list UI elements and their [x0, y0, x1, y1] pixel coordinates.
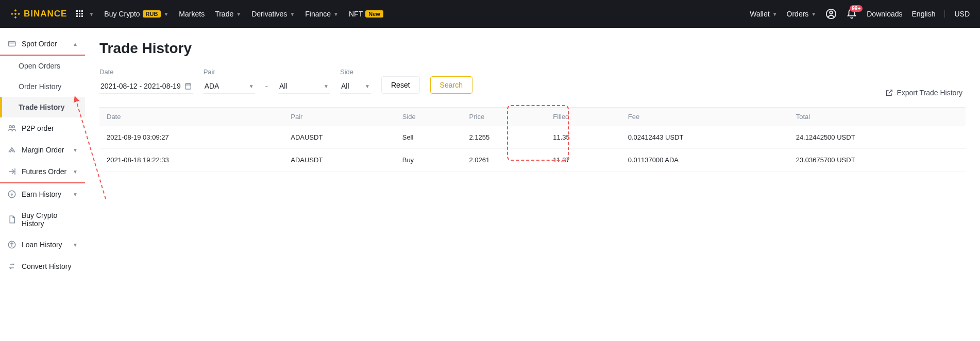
pair-select-base[interactable]: ADA ▼	[204, 79, 255, 94]
svg-rect-11	[76, 15, 78, 17]
nav-item-label: Finance	[305, 10, 331, 18]
reset-button[interactable]: Reset	[381, 76, 420, 94]
svg-rect-9	[79, 13, 80, 14]
svg-point-19	[12, 126, 15, 128]
main-nav: Buy CryptoRUB▼MarketsTrade▼Derivatives▼F…	[104, 10, 383, 18]
caret-down-icon: ▼	[73, 242, 78, 248]
sidebar-loan-history[interactable]: Loan History ▼	[0, 234, 85, 255]
caret-down-icon: ▼	[163, 11, 168, 17]
pair-select-quote[interactable]: All ▼	[278, 79, 330, 94]
sidebar-loan-history-label: Loan History	[22, 241, 62, 249]
caret-down-icon: ▼	[333, 11, 339, 17]
pair-select-quote-value: All	[279, 82, 288, 90]
svg-rect-12	[79, 15, 80, 17]
sidebar-order-history[interactable]: Order History	[0, 76, 85, 97]
svg-rect-1	[14, 16, 17, 19]
nav-item-label: NFT	[349, 10, 363, 18]
nav-wallet[interactable]: Wallet ▼	[750, 10, 777, 18]
caret-down-icon: ▼	[73, 169, 78, 175]
svg-rect-0	[14, 9, 17, 12]
sidebar-earn-history-label: Earn History	[22, 190, 61, 198]
nav-badge: New	[365, 10, 383, 18]
table-row: 2021-08-19 03:09:27ADAUSDTSell2.125511.3…	[99, 126, 966, 149]
date-range-input[interactable]: 2021-08-12 - 2021-08-19	[99, 79, 193, 94]
apps-grid-icon[interactable]	[74, 8, 86, 20]
cell-side: Buy	[395, 149, 462, 172]
convert-icon	[7, 262, 16, 271]
col-pair: Pair	[283, 108, 395, 126]
notifications-icon[interactable]: 99+	[846, 8, 857, 20]
export-button[interactable]: Export Trade History	[885, 89, 962, 97]
cell-fee: 0.01137000 ADA	[621, 149, 789, 172]
sidebar-spot-order[interactable]: Spot Order ▲	[0, 33, 85, 55]
sidebar-margin-order[interactable]: Margin Order ▼	[0, 139, 85, 161]
pair-quote-label	[278, 68, 330, 76]
calendar-icon	[184, 82, 192, 90]
nav-language[interactable]: English	[912, 10, 936, 18]
svg-point-15	[830, 11, 833, 14]
nav-item-label: Trade	[215, 10, 233, 18]
nav-badge: RUB	[143, 10, 161, 18]
svg-point-18	[9, 126, 12, 128]
logo[interactable]: BINANCE	[10, 9, 67, 19]
nav-buy-crypto[interactable]: Buy CryptoRUB▼	[104, 10, 168, 18]
cell-date: 2021-08-19 03:09:27	[99, 126, 283, 149]
svg-rect-5	[76, 10, 78, 12]
account-icon[interactable]	[825, 8, 837, 20]
loan-icon	[7, 240, 16, 249]
table-row: 2021-08-18 19:22:33ADAUSDTBuy2.026111.37…	[99, 149, 966, 172]
search-button[interactable]: Search	[430, 76, 472, 94]
margin-icon	[7, 145, 16, 155]
nav-item-label: Buy Crypto	[104, 10, 140, 18]
card-icon	[7, 39, 16, 48]
cell-price: 2.0261	[462, 149, 546, 172]
side-select[interactable]: All ▼	[340, 79, 371, 94]
nav-orders-label: Orders	[787, 10, 809, 18]
caret-down-icon: ▼	[811, 11, 816, 17]
caret-down-icon: ▼	[324, 83, 329, 89]
nav-trade[interactable]: Trade▼	[215, 10, 241, 18]
col-side: Side	[395, 108, 462, 126]
sidebar-trade-history-label: Trade History	[19, 103, 64, 111]
cell-fee: 0.02412443 USDT	[621, 126, 789, 149]
cell-side: Sell	[395, 126, 462, 149]
nav-orders[interactable]: Orders ▼	[787, 10, 817, 18]
col-fee: Fee	[621, 108, 789, 126]
caret-down-icon: ▼	[236, 11, 241, 17]
header-right: Wallet ▼ Orders ▼ 99+ Downloads English …	[750, 8, 970, 20]
sidebar-buy-crypto-history[interactable]: Buy Crypto History	[0, 205, 85, 234]
cell-price: 2.1255	[462, 126, 546, 149]
caret-down-icon: ▼	[365, 83, 370, 89]
nav-derivatives[interactable]: Derivatives▼	[251, 10, 295, 18]
caret-down-icon: ▼	[772, 11, 778, 17]
svg-rect-22	[185, 83, 191, 89]
cell-total: 23.03675700 USDT	[789, 149, 966, 172]
main-content: Trade History Date 2021-08-12 - 2021-08-…	[85, 28, 980, 277]
cell-filled: 11.35	[546, 126, 620, 149]
sidebar-convert-history[interactable]: Convert History	[0, 255, 85, 277]
sidebar-futures-order[interactable]: Futures Order ▼	[0, 161, 85, 182]
sidebar-open-orders[interactable]: Open Orders	[0, 56, 85, 76]
nav-nft[interactable]: NFTNew	[349, 10, 383, 18]
nav-currency[interactable]: USD	[954, 10, 970, 18]
cell-date: 2021-08-18 19:22:33	[99, 149, 283, 172]
futures-icon	[7, 167, 16, 176]
sidebar-trade-history[interactable]: Trade History	[0, 97, 85, 117]
col-total: Total	[789, 108, 966, 126]
pair-separator: -	[265, 81, 268, 94]
sidebar-earn-history[interactable]: Earn History ▼	[0, 183, 85, 205]
nav-finance[interactable]: Finance▼	[305, 10, 339, 18]
people-icon	[7, 124, 16, 133]
cell-pair: ADAUSDT	[283, 126, 395, 149]
svg-rect-6	[79, 10, 80, 12]
trade-history-table: Date Pair Side Price Filled Fee Total 20…	[99, 107, 966, 172]
binance-logo-icon	[10, 9, 21, 19]
pair-select-base-value: ADA	[205, 82, 219, 90]
pair-label: Pair	[204, 68, 255, 76]
sidebar-p2p-order[interactable]: P2P order	[0, 117, 85, 139]
nav-downloads[interactable]: Downloads	[867, 10, 902, 18]
side-label: Side	[340, 68, 371, 76]
nav-markets[interactable]: Markets	[179, 10, 205, 18]
cell-pair: ADAUSDT	[283, 149, 395, 172]
svg-rect-3	[18, 13, 20, 15]
